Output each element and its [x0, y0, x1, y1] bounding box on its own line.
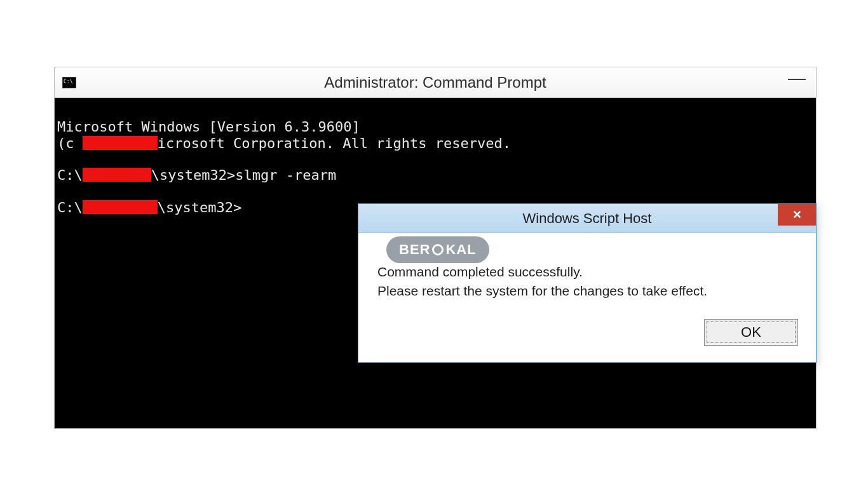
dialog-title: Windows Script Host	[523, 210, 652, 227]
cmd-titlebar[interactable]: Administrator: Command Prompt —	[55, 67, 816, 98]
redacted-block	[83, 168, 151, 182]
minimize-button[interactable]: —	[783, 72, 811, 84]
redacted-block	[83, 136, 158, 150]
cmd-prompt-prefix: C:\	[57, 200, 83, 215]
cmd-output-line: Microsoft Windows [Version 6.3.9600]	[57, 119, 813, 135]
watermark-text-suffix: KAL	[445, 241, 476, 258]
redacted-block	[83, 200, 158, 214]
ok-button[interactable]: OK	[704, 319, 798, 346]
watermark-badge: BERKAL	[386, 236, 489, 263]
dialog-message-line: Please restart the system for the change…	[377, 281, 797, 301]
dialog-titlebar[interactable]: Windows Script Host ✕	[358, 204, 816, 233]
cmd-prompt-prefix: C:\	[57, 167, 83, 183]
cmd-prompt-path: \system32>	[158, 200, 241, 215]
dialog-footer: OK	[358, 319, 816, 362]
close-icon: ✕	[792, 208, 802, 222]
cmd-entered-command: slmgr -rearm	[235, 167, 336, 183]
watermark-text-prefix: BER	[399, 241, 430, 258]
watermark-o-icon	[432, 244, 444, 255]
cmd-output-line: (c icrosoft Corporation. All rights rese…	[57, 135, 813, 151]
cmd-prompt-path: \system32>	[151, 167, 235, 183]
script-host-dialog: Windows Script Host ✕ Command completed …	[358, 203, 817, 363]
cmd-icon	[62, 77, 76, 88]
cmd-text-fragment: (c	[57, 135, 74, 151]
cmd-input-line: C:\\system32>slmgr -rearm	[57, 167, 813, 183]
dialog-message-line: Command completed successfully.	[377, 262, 797, 281]
cmd-text-fragment: icrosoft Corporation. All rights reserve…	[158, 135, 511, 151]
close-button[interactable]: ✕	[778, 204, 816, 226]
cmd-window-title: Administrator: Command Prompt	[324, 74, 546, 92]
